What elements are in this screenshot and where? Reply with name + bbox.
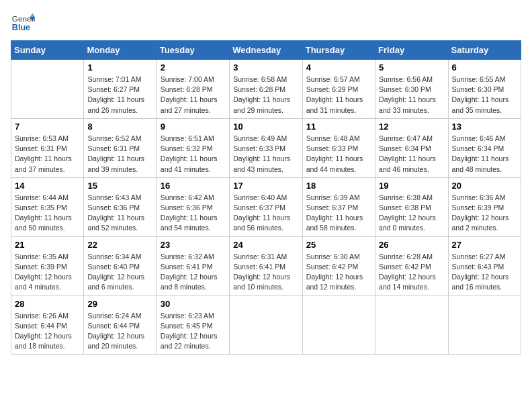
logo: General Blue	[11, 11, 38, 35]
day-number: 21	[15, 240, 80, 250]
calendar-cell: 19Sunrise: 6:38 AMSunset: 6:38 PMDayligh…	[375, 177, 448, 236]
day-number: 5	[379, 62, 444, 73]
day-header-monday: Monday	[84, 41, 157, 60]
calendar-cell: 29Sunrise: 6:24 AMSunset: 6:44 PMDayligh…	[84, 295, 157, 355]
cell-info: Sunrise: 6:55 AMSunset: 6:30 PMDaylight:…	[452, 75, 517, 116]
week-row-4: 21Sunrise: 6:35 AMSunset: 6:39 PMDayligh…	[11, 236, 521, 295]
calendar-cell	[375, 295, 448, 355]
calendar-cell: 2Sunrise: 7:00 AMSunset: 6:28 PMDaylight…	[157, 60, 229, 119]
day-header-thursday: Thursday	[302, 41, 375, 60]
day-number: 8	[87, 122, 152, 132]
day-number: 2	[161, 62, 226, 73]
cell-info: Sunrise: 6:43 AMSunset: 6:36 PMDaylight:…	[87, 193, 152, 234]
calendar-cell: 12Sunrise: 6:47 AMSunset: 6:34 PMDayligh…	[375, 118, 448, 177]
day-number: 13	[452, 122, 517, 132]
cell-info: Sunrise: 6:47 AMSunset: 6:34 PMDaylight:…	[379, 134, 444, 175]
calendar-cell: 25Sunrise: 6:30 AMSunset: 6:42 PMDayligh…	[302, 236, 375, 295]
day-number: 6	[452, 62, 517, 73]
svg-text:Blue: Blue	[12, 23, 30, 32]
calendar-cell: 4Sunrise: 6:57 AMSunset: 6:29 PMDaylight…	[302, 60, 375, 119]
day-number: 10	[233, 122, 298, 132]
cell-info: Sunrise: 6:42 AMSunset: 6:36 PMDaylight:…	[161, 193, 226, 234]
calendar-cell: 9Sunrise: 6:51 AMSunset: 6:32 PMDaylight…	[157, 118, 229, 177]
calendar-cell: 3Sunrise: 6:58 AMSunset: 6:28 PMDaylight…	[230, 60, 302, 119]
day-number: 3	[233, 62, 298, 73]
week-row-1: 1Sunrise: 7:01 AMSunset: 6:27 PMDaylight…	[11, 60, 521, 119]
week-row-5: 28Sunrise: 6:26 AMSunset: 6:44 PMDayligh…	[11, 295, 521, 355]
calendar-cell: 1Sunrise: 7:01 AMSunset: 6:27 PMDaylight…	[84, 60, 157, 119]
calendar-cell: 18Sunrise: 6:39 AMSunset: 6:37 PMDayligh…	[302, 177, 375, 236]
calendar-cell: 10Sunrise: 6:49 AMSunset: 6:33 PMDayligh…	[230, 118, 302, 177]
cell-info: Sunrise: 6:56 AMSunset: 6:30 PMDaylight:…	[379, 75, 444, 116]
day-header-sunday: Sunday	[11, 41, 84, 60]
cell-info: Sunrise: 6:39 AMSunset: 6:37 PMDaylight:…	[306, 193, 371, 234]
day-number: 17	[233, 181, 298, 191]
page-header: General Blue	[11, 11, 521, 35]
calendar-cell	[230, 295, 302, 355]
cell-info: Sunrise: 6:31 AMSunset: 6:41 PMDaylight:…	[233, 252, 298, 293]
calendar-cell: 5Sunrise: 6:56 AMSunset: 6:30 PMDaylight…	[375, 60, 448, 119]
calendar-cell: 28Sunrise: 6:26 AMSunset: 6:44 PMDayligh…	[11, 295, 84, 355]
day-header-saturday: Saturday	[448, 41, 521, 60]
cell-info: Sunrise: 6:24 AMSunset: 6:44 PMDaylight:…	[87, 311, 152, 352]
calendar-cell	[11, 60, 84, 119]
day-number: 20	[452, 181, 517, 191]
calendar-cell: 17Sunrise: 6:40 AMSunset: 6:37 PMDayligh…	[230, 177, 302, 236]
cell-info: Sunrise: 6:40 AMSunset: 6:37 PMDaylight:…	[233, 193, 298, 234]
day-number: 19	[379, 181, 444, 191]
calendar-cell: 15Sunrise: 6:43 AMSunset: 6:36 PMDayligh…	[84, 177, 157, 236]
calendar-cell: 27Sunrise: 6:27 AMSunset: 6:43 PMDayligh…	[448, 236, 521, 295]
cell-info: Sunrise: 6:44 AMSunset: 6:35 PMDaylight:…	[15, 193, 80, 234]
cell-info: Sunrise: 6:53 AMSunset: 6:31 PMDaylight:…	[15, 134, 80, 175]
day-number: 26	[379, 240, 444, 250]
day-number: 29	[87, 299, 152, 309]
cell-info: Sunrise: 7:01 AMSunset: 6:27 PMDaylight:…	[87, 75, 152, 116]
cell-info: Sunrise: 6:35 AMSunset: 6:39 PMDaylight:…	[15, 252, 80, 293]
calendar-cell: 20Sunrise: 6:36 AMSunset: 6:39 PMDayligh…	[448, 177, 521, 236]
calendar-cell: 24Sunrise: 6:31 AMSunset: 6:41 PMDayligh…	[230, 236, 302, 295]
calendar-cell: 13Sunrise: 6:46 AMSunset: 6:34 PMDayligh…	[448, 118, 521, 177]
calendar-cell: 21Sunrise: 6:35 AMSunset: 6:39 PMDayligh…	[11, 236, 84, 295]
day-number: 16	[161, 181, 226, 191]
day-number: 11	[306, 122, 371, 132]
cell-info: Sunrise: 7:00 AMSunset: 6:28 PMDaylight:…	[161, 75, 226, 116]
calendar-cell: 23Sunrise: 6:32 AMSunset: 6:41 PMDayligh…	[157, 236, 229, 295]
day-number: 27	[452, 240, 517, 250]
day-number: 14	[15, 181, 80, 191]
day-number: 1	[87, 62, 152, 73]
calendar-cell: 6Sunrise: 6:55 AMSunset: 6:30 PMDaylight…	[448, 60, 521, 119]
cell-info: Sunrise: 6:52 AMSunset: 6:31 PMDaylight:…	[87, 134, 152, 175]
cell-info: Sunrise: 6:27 AMSunset: 6:43 PMDaylight:…	[452, 252, 517, 293]
calendar-cell	[302, 295, 375, 355]
cell-info: Sunrise: 6:30 AMSunset: 6:42 PMDaylight:…	[306, 252, 371, 293]
day-number: 4	[306, 62, 371, 73]
day-number: 9	[161, 122, 226, 132]
day-number: 12	[379, 122, 444, 132]
day-number: 7	[15, 122, 80, 132]
cell-info: Sunrise: 6:36 AMSunset: 6:39 PMDaylight:…	[452, 193, 517, 234]
day-header-tuesday: Tuesday	[157, 41, 229, 60]
day-number: 22	[87, 240, 152, 250]
calendar-cell: 11Sunrise: 6:48 AMSunset: 6:33 PMDayligh…	[302, 118, 375, 177]
day-number: 30	[161, 299, 226, 309]
cell-info: Sunrise: 6:34 AMSunset: 6:40 PMDaylight:…	[87, 252, 152, 293]
cell-info: Sunrise: 6:58 AMSunset: 6:28 PMDaylight:…	[233, 75, 298, 116]
cell-info: Sunrise: 6:46 AMSunset: 6:34 PMDaylight:…	[452, 134, 517, 175]
cell-info: Sunrise: 6:28 AMSunset: 6:42 PMDaylight:…	[379, 252, 444, 293]
day-number: 15	[87, 181, 152, 191]
week-row-3: 14Sunrise: 6:44 AMSunset: 6:35 PMDayligh…	[11, 177, 521, 236]
calendar-cell: 8Sunrise: 6:52 AMSunset: 6:31 PMDaylight…	[84, 118, 157, 177]
cell-info: Sunrise: 6:48 AMSunset: 6:33 PMDaylight:…	[306, 134, 371, 175]
cell-info: Sunrise: 6:51 AMSunset: 6:32 PMDaylight:…	[161, 134, 226, 175]
cell-info: Sunrise: 6:57 AMSunset: 6:29 PMDaylight:…	[306, 75, 371, 116]
day-number: 28	[15, 299, 80, 309]
cell-info: Sunrise: 6:38 AMSunset: 6:38 PMDaylight:…	[379, 193, 444, 234]
day-number: 25	[306, 240, 371, 250]
day-header-friday: Friday	[375, 41, 448, 60]
cell-info: Sunrise: 6:32 AMSunset: 6:41 PMDaylight:…	[161, 252, 226, 293]
calendar-cell: 16Sunrise: 6:42 AMSunset: 6:36 PMDayligh…	[157, 177, 229, 236]
calendar-cell: 14Sunrise: 6:44 AMSunset: 6:35 PMDayligh…	[11, 177, 84, 236]
calendar-cell: 26Sunrise: 6:28 AMSunset: 6:42 PMDayligh…	[375, 236, 448, 295]
calendar-cell: 7Sunrise: 6:53 AMSunset: 6:31 PMDaylight…	[11, 118, 84, 177]
calendar-cell: 30Sunrise: 6:23 AMSunset: 6:45 PMDayligh…	[157, 295, 229, 355]
